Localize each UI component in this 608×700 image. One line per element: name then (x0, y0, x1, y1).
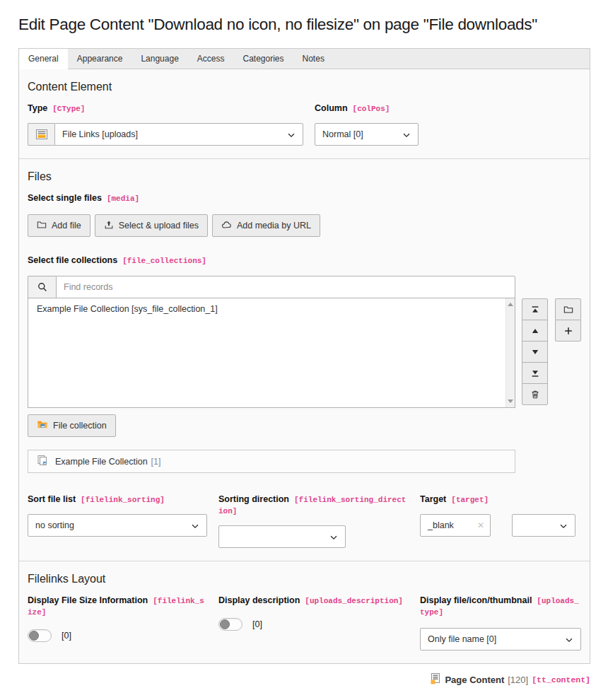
clear-icon[interactable]: ✕ (477, 520, 484, 530)
display-description-value: [0] (252, 619, 262, 629)
collection-search-group (28, 276, 515, 298)
section-files: Files Select single files[media] Add fil… (19, 159, 590, 561)
edit-form-page: Edit Page Content "Download no icon, no … (0, 16, 608, 687)
section-heading-filelinks-layout: Filelinks Layout (28, 573, 581, 585)
column-label: Column[colPos] (315, 103, 419, 115)
move-to-top-button[interactable] (522, 298, 548, 320)
media-field-key: [media] (107, 194, 139, 203)
file-collections-field-key: [file_collections] (122, 257, 206, 265)
folder-icon (37, 220, 47, 232)
tab-notes[interactable]: Notes (293, 49, 334, 69)
search-icon (28, 276, 56, 298)
type-field-key: [CType] (52, 105, 85, 113)
sorting-direction-select[interactable] (218, 525, 346, 548)
chevron-down-icon (286, 130, 296, 142)
tab-appearance[interactable]: Appearance (68, 49, 132, 69)
section-content-element: Content Element Type[CType] (19, 69, 590, 159)
list-add-controls (555, 298, 581, 408)
display-description-toggle[interactable] (218, 618, 242, 631)
sort-file-list-label: Sort file list[filelink_sorting] (28, 494, 207, 506)
display-description-label: Display description[uploads_description] (218, 595, 409, 607)
add-media-by-url-button[interactable]: Add media by URL (212, 214, 320, 237)
select-upload-files-button[interactable]: Select & upload files (95, 214, 208, 237)
type-label: Type[CType] (28, 103, 303, 115)
chevron-down-icon (329, 532, 339, 544)
field-sort-file-list: Sort file list[filelink_sorting] no sort… (28, 494, 218, 548)
file-collection-icon (37, 419, 48, 432)
selected-collections-listbox[interactable]: Example File Collection [sys_file_collec… (28, 298, 515, 408)
page-title: Edit Page Content "Download no icon, no … (18, 16, 590, 34)
sort-field-key: [filelink_sorting] (81, 496, 165, 504)
field-type: Type[CType] (28, 103, 315, 146)
target-label: Target[target] (420, 494, 581, 506)
single-files-label: Select single files[media] (28, 193, 581, 204)
file-buttons-row: Add file Select & upload files (28, 214, 581, 237)
field-display-thumbnail: Display file/icon/thumbnail[uploads_type… (420, 595, 581, 651)
form-panel: General Appearance Language Access Categ… (18, 48, 590, 664)
tab-general[interactable]: General (19, 49, 68, 69)
field-display-description: Display description[uploads_description]… (218, 595, 420, 651)
add-file-button[interactable]: Add file (28, 214, 90, 237)
move-down-button[interactable] (522, 341, 548, 363)
toggle-knob (29, 631, 39, 641)
file-collection-button[interactable]: File collection (28, 414, 116, 437)
list-item[interactable]: Example File Collection [sys_file_collec… (28, 298, 515, 320)
move-to-bottom-button[interactable] (522, 362, 548, 384)
collection-row-label: Example File Collection (55, 457, 148, 467)
file-collections-picker: Example File Collection [sys_file_collec… (28, 276, 581, 408)
sorting-direction-label: Sorting direction[filelink_sorting_direc… (218, 494, 409, 517)
sort-file-list-select[interactable]: no sorting (28, 514, 207, 537)
column-select[interactable]: Normal [0] (315, 123, 419, 146)
field-target: Target[target] _blank ✕ (420, 494, 581, 548)
section-filelinks-layout: Filelinks Layout Display File Size Infor… (19, 561, 590, 663)
chevron-down-icon (402, 130, 411, 142)
section-heading-files: Files (28, 170, 581, 183)
content-type-icon (28, 123, 54, 146)
record-type-label: Page Content (445, 675, 504, 685)
scroll-down-icon[interactable] (508, 399, 513, 403)
browse-folder-button[interactable] (555, 298, 581, 320)
file-collections-label: Select file collections[file_collections… (28, 255, 581, 267)
list-move-controls (522, 298, 548, 408)
page-content-icon (430, 673, 441, 687)
column-field-key: [colPos] (353, 105, 390, 113)
scroll-up-icon[interactable] (508, 303, 513, 306)
chevron-down-icon (190, 521, 200, 533)
section-heading-content-element: Content Element (28, 81, 581, 93)
display-file-size-toggle[interactable] (28, 629, 52, 642)
remove-selected-button[interactable] (522, 383, 548, 405)
field-display-file-size: Display File Size Information[filelink_s… (28, 595, 218, 651)
selected-collection-row[interactable]: Example File Collection [1] (28, 450, 515, 473)
record-table-name: [tt_content] (532, 675, 590, 684)
record-footer: Page Content [120] [tt_content] (18, 673, 590, 687)
chevron-down-icon (559, 521, 568, 533)
form-tabbar: General Appearance Language Access Categ… (19, 49, 590, 69)
find-records-input[interactable] (56, 276, 515, 298)
target-input[interactable]: _blank ✕ (420, 514, 491, 537)
display-file-size-label: Display File Size Information[filelink_s… (28, 595, 207, 618)
display-thumbnail-select[interactable]: Only file name [0] (420, 628, 581, 651)
display-thumbnail-label: Display file/icon/thumbnail[uploads_type… (420, 595, 581, 618)
collection-row-count: [1] (151, 457, 161, 467)
tab-access[interactable]: Access (188, 49, 234, 69)
toggle-knob (220, 619, 230, 629)
target-field-key: [target] (451, 496, 489, 504)
field-column: Column[colPos] Normal [0] (315, 103, 419, 146)
field-sorting-direction: Sorting direction[filelink_sorting_direc… (218, 494, 420, 548)
tab-language[interactable]: Language (131, 49, 187, 69)
cloud-icon (221, 220, 232, 232)
tab-categories[interactable]: Categories (234, 49, 293, 69)
upload-icon (104, 220, 114, 232)
target-preset-select[interactable] (512, 514, 575, 537)
add-record-button[interactable] (555, 320, 581, 342)
chevron-down-icon (564, 635, 574, 647)
description-field-key: [uploads_description] (305, 597, 403, 605)
listbox-scrollbar[interactable] (505, 298, 515, 407)
type-select[interactable]: File Links [uploads] (54, 123, 303, 146)
move-up-button[interactable] (522, 320, 548, 342)
collection-stack-icon (37, 455, 48, 468)
record-uid: [120] (508, 675, 528, 685)
display-file-size-value: [0] (62, 631, 71, 641)
